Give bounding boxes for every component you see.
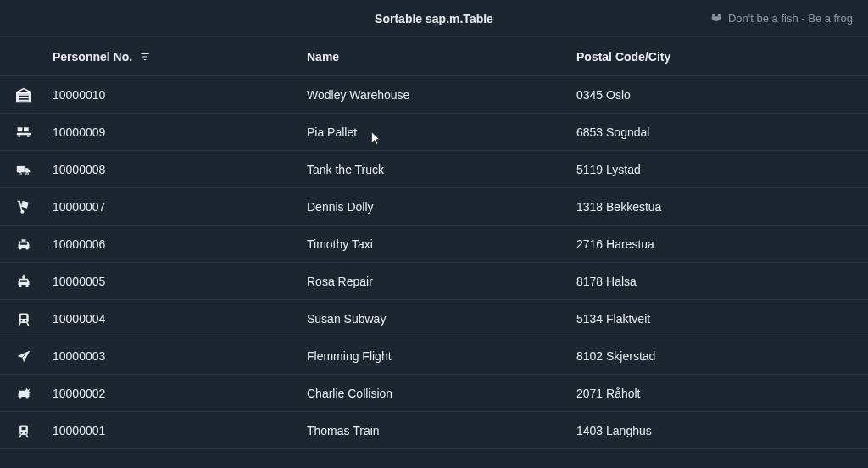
cell-name: Dennis Dolly [307,200,576,214]
collision-icon [15,386,53,401]
cell-personnel: 10000003 [53,349,307,363]
table-row[interactable]: 10000004Susan Subway5134 Flaktveit [0,300,868,337]
table-row[interactable]: 10000009Pia Pallet6853 Sogndal [0,114,868,151]
table-row[interactable]: 10000003Flemming Flight8102 Skjerstad [0,337,868,375]
table-row[interactable]: 10000007Dennis Dolly1318 Bekkestua [0,188,868,226]
table-row[interactable]: 10000010Wodley Warehouse0345 Oslo [0,76,868,114]
subway-icon [15,311,53,326]
table-row[interactable]: 10000002Charlie Collision2071 Råholt [0,375,868,412]
cell-name: Flemming Flight [307,349,576,363]
column-label: Postal Code/City [576,50,670,64]
cell-postal: 2071 Råholt [576,387,853,400]
cell-postal: 8102 Skjerstad [576,349,853,363]
cell-personnel: 10000002 [53,387,307,400]
cell-name: Wodley Warehouse [307,88,576,102]
column-header-personnel[interactable]: Personnel No. [53,50,307,64]
cell-postal: 1403 Langhus [576,424,853,437]
cell-name: Tank the Truck [307,163,576,176]
column-label: Name [307,50,339,64]
table-row[interactable]: 10000001Thomas Train1403 Langhus [0,412,868,449]
cell-personnel: 10000009 [53,125,307,139]
table-row[interactable]: 10000005Rosa Repair8178 Halsa [0,263,868,300]
page-title: Sortable sap.m.Table [375,12,493,25]
column-header-name[interactable]: Name [307,50,576,64]
tagline: Don't be a fish - Be a frog [709,10,853,26]
warehouse-icon [15,87,53,103]
cell-personnel: 10000007 [53,200,307,214]
cell-name: Timothy Taxi [307,237,576,251]
cell-personnel: 10000008 [53,163,307,176]
data-table: Personnel No. Name Postal Code/City 1000… [0,37,868,449]
cell-name: Susan Subway [307,312,576,326]
cell-personnel: 10000004 [53,312,307,326]
flight-icon [15,348,53,364]
frog-icon [709,10,723,26]
train-icon [15,423,53,438]
cell-postal: 0345 Oslo [576,88,853,102]
repair-icon [15,274,53,289]
cell-name: Pia Pallet [307,125,576,139]
cell-name: Rosa Repair [307,275,576,288]
dolly-icon [15,199,53,214]
taxi-icon [15,237,53,252]
table-header-row: Personnel No. Name Postal Code/City [0,37,868,76]
column-label: Personnel No. [53,50,132,64]
pallet-icon [15,125,53,140]
header: Sortable sap.m.Table Don't be a fish - B… [0,0,868,37]
table-row[interactable]: 10000008Tank the Truck5119 Lystad [0,151,868,188]
table-body: 10000010Wodley Warehouse0345 Oslo1000000… [0,76,868,449]
cell-postal: 6853 Sogndal [576,125,853,139]
cell-postal: 5119 Lystad [576,163,853,176]
cell-postal: 5134 Flaktveit [576,312,853,326]
tagline-text: Don't be a fish - Be a frog [728,12,853,25]
cell-postal: 1318 Bekkestua [576,200,853,214]
cell-personnel: 10000001 [53,424,307,437]
cell-postal: 8178 Halsa [576,275,853,288]
cell-name: Charlie Collision [307,387,576,400]
truck-icon [15,162,53,177]
cell-personnel: 10000010 [53,88,307,102]
cell-name: Thomas Train [307,424,576,437]
column-header-postal[interactable]: Postal Code/City [576,50,853,64]
cell-personnel: 10000006 [53,237,307,251]
sort-descending-icon [139,51,151,63]
cell-postal: 2716 Harestua [576,237,853,251]
table-row[interactable]: 10000006Timothy Taxi2716 Harestua [0,226,868,263]
cell-personnel: 10000005 [53,275,307,288]
